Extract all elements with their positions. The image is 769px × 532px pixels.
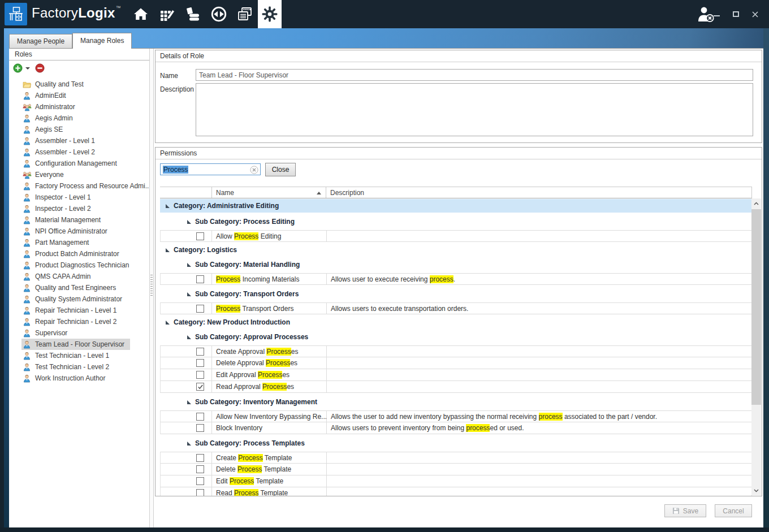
scroll-up-icon[interactable] [751,198,761,208]
minimize-button[interactable] [712,10,720,19]
role-item[interactable]: Administrator [9,101,149,113]
category-row[interactable]: Category: Administrative Editing [160,199,752,213]
jobs-edit-icon[interactable] [154,0,180,28]
checkbox-unchecked[interactable] [196,454,204,462]
role-item[interactable]: Team Lead - Floor Supervisor [9,339,149,350]
expander-icon[interactable] [187,263,191,267]
role-item[interactable]: Configuration Management [9,158,149,169]
permission-row[interactable]: Read Process Template [160,487,752,496]
home-icon[interactable] [128,0,154,28]
role-item[interactable]: Factory Process and Resource Admi... [9,180,149,192]
role-item[interactable]: Aegis Admin [9,113,149,124]
chevron-down-icon[interactable] [25,67,30,70]
role-item[interactable]: Quality System Administrator [9,293,149,305]
expander-icon[interactable] [166,248,170,252]
role-label: Administrator [35,103,75,111]
checkbox-unchecked[interactable] [196,232,204,240]
scrollbar-thumb[interactable] [751,209,761,405]
role-item[interactable]: Repair Technician - Level 2 [9,316,149,327]
checkbox-unchecked[interactable] [196,489,204,496]
expander-icon[interactable] [187,220,191,224]
permission-row[interactable]: Block InventoryAllows users to prevent i… [160,422,752,434]
subcategory-row[interactable]: Sub Category: Process Templates [160,438,752,449]
category-row[interactable]: Category: New Product Introduction [160,317,752,328]
checkbox-unchecked[interactable] [196,371,204,379]
column-header-description[interactable]: Description [326,187,751,198]
permission-row[interactable]: Delete Process Template [160,464,752,475]
tab-manage-people[interactable]: Manage People [9,34,72,48]
checkbox-unchecked[interactable] [196,305,204,313]
expander-icon[interactable] [187,335,191,339]
subcategory-row[interactable]: Sub Category: Approval Processes [160,331,752,343]
role-description-input[interactable] [196,83,753,136]
permissions-search-input[interactable]: Process [160,163,261,175]
permission-row[interactable]: Allow Process Editing [160,230,752,242]
checkbox-unchecked[interactable] [196,275,204,283]
subcategory-row[interactable]: Sub Category: Transport Orders [160,288,752,300]
clear-search-icon[interactable] [250,166,258,174]
checkbox-unchecked[interactable] [196,424,204,432]
role-item[interactable]: Product Diagnostics Technician [9,259,149,271]
role-item[interactable]: Assembler - Level 2 [9,146,149,158]
role-item[interactable]: Test Technician - Level 1 [9,350,149,361]
sync-icon[interactable] [206,0,232,28]
subcategory-row[interactable]: Sub Category: Material Handling [160,259,752,270]
documents-icon[interactable] [232,0,258,28]
subcategory-row[interactable]: Sub Category: Inventory Management [160,396,752,408]
role-item[interactable]: NPI Office Administrator [9,226,149,237]
checkbox-unchecked[interactable] [196,348,204,356]
cancel-button[interactable]: Cancel [715,504,752,517]
role-item[interactable]: AdminEdit [9,90,149,101]
role-item[interactable]: Test Technician - Level 2 [9,361,149,373]
role-item[interactable]: Assembler - Level 1 [9,135,149,146]
add-role-button[interactable] [13,63,23,73]
permission-row[interactable]: Process Transport OrdersAllows users to … [160,302,752,314]
column-header-name[interactable]: Name [211,187,326,198]
permission-row[interactable]: Create Approval Processes [160,345,752,357]
role-item[interactable]: Quality and Test [9,79,149,90]
scroll-down-icon[interactable] [751,486,761,495]
role-item[interactable]: Material Management [9,214,149,226]
expander-icon[interactable] [166,321,170,325]
expander-icon[interactable] [166,204,170,208]
permission-row[interactable]: Create Process Template [160,452,752,464]
role-item[interactable]: Supervisor [9,327,149,339]
permission-row[interactable]: Delete Approval Processes [160,357,752,369]
role-item[interactable]: Everyone [9,169,149,180]
save-button[interactable]: Save [664,504,706,517]
permission-row[interactable]: Read Approval Processes [160,381,752,393]
permission-row[interactable]: Edit Approval Processes [160,369,752,381]
materials-icon[interactable] [180,0,206,28]
checkbox-unchecked[interactable] [196,477,204,485]
checkbox-checked[interactable] [196,383,204,391]
vertical-scrollbar[interactable] [751,198,761,495]
expander-icon[interactable] [187,400,191,404]
close-search-button[interactable]: Close [265,163,296,176]
expander-icon[interactable] [187,292,191,296]
expander-icon[interactable] [187,442,191,446]
checkbox-unchecked[interactable] [196,465,204,473]
checkbox-unchecked[interactable] [196,413,204,421]
category-row[interactable]: Category: Logistics [160,244,752,256]
role-name-input[interactable] [196,69,753,81]
settings-gear-icon[interactable] [258,0,282,28]
checkbox-unchecked[interactable] [196,359,204,367]
subcategory-row[interactable]: Sub Category: Process Editing [160,216,752,227]
permission-row[interactable]: Process Incoming MaterialsAllows user to… [160,273,752,285]
remove-role-button[interactable] [35,63,45,73]
panel-splitter[interactable] [149,49,154,527]
role-item[interactable]: Quality and Test Engineers [9,282,149,293]
tab-manage-roles[interactable]: Manage Roles [72,33,132,48]
role-item[interactable]: Inspector - Level 2 [9,203,149,214]
permission-row[interactable]: Edit Process Template [160,475,752,487]
role-item[interactable]: Aegis SE [9,124,149,135]
role-item[interactable]: QMS CAPA Admin [9,271,149,282]
role-item[interactable]: Product Batch Administrator [9,248,149,259]
permission-row[interactable]: Allow New Inventory Bypassing Re...Allow… [160,410,752,422]
role-item[interactable]: Repair Technician - Level 1 [9,305,149,316]
role-item[interactable]: Work Instruction Author [9,373,149,384]
close-window-button[interactable] [751,10,759,19]
role-item[interactable]: Part Management [9,237,149,248]
role-item[interactable]: Inspector - Level 1 [9,192,149,203]
maximize-button[interactable] [732,10,740,19]
